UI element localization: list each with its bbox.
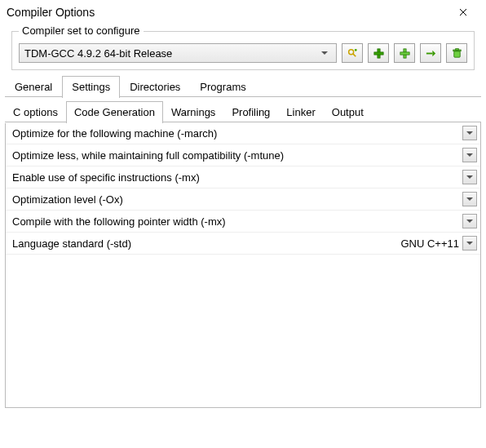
option-dropdown[interactable] — [462, 148, 477, 162]
find-auto-icon — [347, 47, 359, 60]
subtab-c-options[interactable]: C options — [5, 101, 66, 123]
titlebar: Compiler Options — [0, 0, 486, 24]
rename-compiler-button[interactable] — [420, 43, 441, 63]
option-dropdown[interactable] — [462, 214, 477, 228]
chevron-down-icon — [466, 242, 473, 245]
add-blank-icon — [399, 47, 411, 60]
close-button[interactable] — [447, 2, 479, 23]
subtab-code-generation[interactable]: Code Generation — [66, 101, 163, 123]
option-dropdown[interactable] — [462, 126, 477, 140]
main-tabs: General Settings Directories Programs — [5, 75, 481, 97]
close-icon — [459, 8, 467, 16]
chevron-down-icon — [466, 197, 473, 201]
compiler-options-dialog: Compiler Options Compiler set to configu… — [0, 0, 486, 448]
delete-icon — [451, 47, 463, 60]
svg-rect-4 — [400, 51, 409, 54]
chevron-down-icon — [466, 131, 473, 135]
compiler-set-value: TDM-GCC 4.9.2 64-bit Release — [24, 47, 318, 60]
svg-rect-5 — [453, 51, 460, 57]
chevron-down-icon — [318, 51, 331, 55]
option-label: Compile with the following pointer width… — [6, 215, 459, 228]
find-compilers-button[interactable] — [342, 43, 363, 63]
add-filled-icon — [373, 47, 385, 60]
chevron-down-icon — [466, 153, 473, 157]
compiler-set-legend: Compiler set to configure — [19, 24, 144, 37]
svg-point-0 — [348, 49, 353, 54]
option-label: Optimize for the following machine (-mar… — [6, 127, 459, 140]
option-label: Optimize less, while maintaining full co… — [6, 149, 459, 162]
chevron-down-icon — [466, 175, 473, 179]
option-row: Language standard (-std) GNU C++11 — [6, 233, 480, 255]
subtab-output[interactable]: Output — [324, 101, 372, 123]
options-list: Optimize for the following machine (-mar… — [6, 122, 480, 255]
add-compiler-blank-button[interactable] — [394, 43, 415, 63]
subtab-warnings[interactable]: Warnings — [163, 101, 223, 123]
option-row: Optimize for the following machine (-mar… — [6, 122, 480, 144]
chevron-down-icon — [466, 220, 473, 223]
svg-rect-7 — [455, 48, 458, 50]
subtab-profiling[interactable]: Profiling — [223, 101, 278, 123]
option-row: Optimization level (-Ox) — [6, 189, 480, 211]
compiler-set-combo[interactable]: TDM-GCC 4.9.2 64-bit Release — [19, 43, 337, 63]
option-row: Optimize less, while maintaining full co… — [6, 144, 480, 166]
delete-compiler-button[interactable] — [446, 43, 467, 63]
option-dropdown[interactable] — [462, 192, 477, 206]
svg-rect-2 — [373, 51, 382, 54]
option-dropdown[interactable] — [462, 170, 477, 184]
option-value: GNU C++11 — [400, 237, 462, 250]
tab-settings[interactable]: Settings — [62, 76, 120, 98]
option-label: Enable use of specific instructions (-mx… — [6, 171, 459, 184]
option-row: Compile with the following pointer width… — [6, 211, 480, 233]
subtab-linker[interactable]: Linker — [278, 101, 323, 123]
add-compiler-filled-button[interactable] — [368, 43, 389, 63]
option-dropdown[interactable] — [462, 236, 477, 251]
tab-programs[interactable]: Programs — [190, 76, 255, 98]
rename-icon — [425, 47, 437, 60]
option-row: Enable use of specific instructions (-mx… — [6, 166, 480, 189]
option-label: Language standard (-std) — [6, 237, 400, 250]
tab-general[interactable]: General — [5, 76, 62, 98]
option-label: Optimization level (-Ox) — [6, 193, 459, 206]
settings-subtabs: C options Code Generation Warnings Profi… — [5, 100, 481, 122]
tab-directories[interactable]: Directories — [120, 76, 190, 98]
dialog-title: Compiler Options — [7, 6, 447, 19]
compiler-set-row: TDM-GCC 4.9.2 64-bit Release — [19, 43, 467, 63]
options-panel: Optimize for the following machine (-mar… — [5, 122, 481, 408]
compiler-set-group: Compiler set to configure TDM-GCC 4.9.2 … — [11, 31, 475, 70]
